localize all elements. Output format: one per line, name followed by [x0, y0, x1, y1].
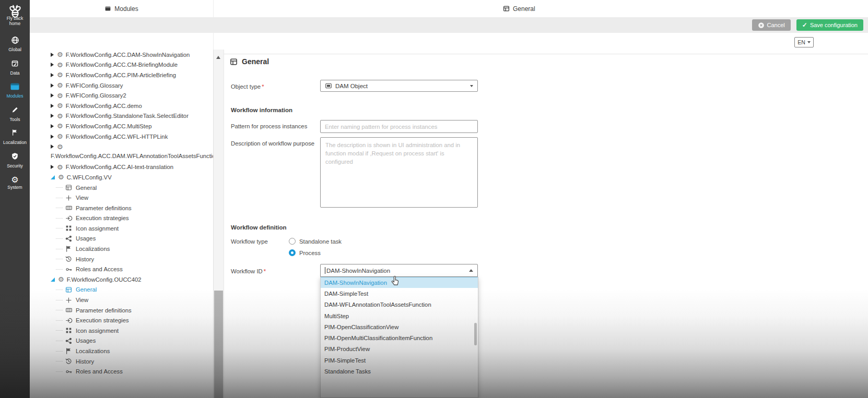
sidebar-item-label: Data — [0, 70, 30, 76]
tree-subitem-roles-and-access[interactable]: Roles and Access — [30, 264, 213, 274]
tree-item-f-workflowconfig-oucc402[interactable]: ⚙F.WorkflowConfig.OUCC402 — [30, 274, 213, 285]
expand-arrow-icon[interactable] — [51, 104, 54, 108]
tree-item-f-workflowconfig-acc-cm-briefingmodule[interactable]: ⚙F.WorkflowConfig.ACC.CM-BriefingModule — [30, 60, 213, 70]
text-caret — [325, 267, 325, 274]
dropdown-option-multistep[interactable]: MultiStep — [321, 310, 478, 321]
tree-subitem-execution-strategies[interactable]: Execution strategies — [30, 315, 213, 325]
tree-subitem-general[interactable]: General — [30, 285, 213, 295]
gear-icon: ⚙ — [57, 62, 63, 68]
expand-arrow-icon[interactable] — [51, 124, 54, 128]
tree-subitem-localizations[interactable]: Localizations — [30, 346, 213, 356]
gear-icon: ⚙ — [57, 51, 63, 58]
tree-item-f-wficonfig-glossary[interactable]: ⚙F.WFIConfig.Glossary — [30, 80, 213, 91]
tree-subitem-parameter-definitions[interactable]: Parameter definitions — [30, 203, 213, 213]
tree-subitem-usages[interactable]: Usages — [30, 336, 213, 346]
expand-arrow-icon[interactable] — [51, 83, 54, 88]
cancel-button[interactable]: Cancel — [752, 19, 791, 31]
expand-arrow-icon[interactable] — [51, 135, 54, 139]
dropdown-option-standalone-tasks[interactable]: Standalone Tasks — [321, 366, 478, 377]
tree-item-f-workflowconfig-acc-wfl-httplink[interactable]: ⚙F.WorkflowConfig.ACC.WFL-HTTPLink — [30, 131, 213, 142]
tree-item-f-wficonfig-glossary2[interactable]: ⚙F.WFIConfig.Glossary2 — [30, 90, 213, 101]
tree-item-c-wflconfig-vv[interactable]: ⚙C.WFLConfig.VV — [30, 172, 213, 183]
tree-panel-header: Modules — [30, 0, 213, 17]
workflow-type-option-process[interactable]: Process — [289, 249, 321, 256]
pattern-input[interactable]: Enter naming pattern for process instanc… — [320, 120, 478, 133]
collapse-arrow-icon[interactable] — [51, 278, 55, 282]
expand-arrow-icon[interactable] — [51, 93, 54, 98]
form-icon — [503, 5, 510, 12]
object-type-select[interactable]: DAM Object — [320, 80, 478, 92]
dropdown-scrollbar-thumb[interactable] — [474, 323, 477, 345]
tree-subitem-view[interactable]: View — [30, 192, 213, 203]
sidebar-item-global[interactable]: Global — [0, 33, 30, 57]
workflow-id-combobox[interactable]: DAM-ShowInNavigation — [320, 264, 478, 277]
workflow-type-option-standalone[interactable]: Standalone task — [289, 238, 342, 245]
form-icon — [230, 58, 238, 66]
dropdown-option-pim-openmulticlassificationitemfunction[interactable]: PIM-OpenMultiClassificationItemFunction — [321, 332, 478, 343]
radio-unchecked-icon[interactable] — [289, 238, 296, 245]
expand-arrow-icon[interactable] — [51, 53, 54, 57]
workflow-id-value: DAM-ShowInNavigation — [326, 268, 390, 274]
expand-arrow-icon[interactable] — [51, 114, 54, 118]
workflow-id-label: Workflow ID* — [231, 268, 266, 274]
radio-label: Process — [299, 250, 321, 256]
radio-checked-icon[interactable] — [289, 249, 296, 256]
dropdown-option-pim-productview[interactable]: PIM-ProductView — [321, 344, 478, 355]
tree-item-f-workflowconfig-acc-pim-articlebriefing[interactable]: ⚙F.WorkflowConfig.ACC.PIM-ArticleBriefin… — [30, 70, 213, 80]
tree-guide-line — [56, 351, 63, 352]
object-type-value: DAM Object — [335, 83, 368, 89]
tree-item-f-workflowconfig-acc-demo[interactable]: ⚙F.WorkflowConfig.ACC.demo — [30, 101, 213, 111]
dropdown-option-pim-simpletest[interactable]: PIM-SimpleTest — [321, 355, 478, 366]
tree-subitem-label: Localizations — [76, 246, 110, 252]
tree-item-label: F.WFIConfig.Glossary — [66, 82, 123, 89]
expand-arrow-icon[interactable] — [51, 63, 54, 67]
sidebar-item-localization[interactable]: Localization — [0, 126, 30, 150]
description-textarea[interactable]: The description is shown in UI administr… — [320, 137, 478, 208]
tree-item-f-workflowconfig-standalonetask-selecteditor[interactable]: ⚙F.WorkflowConfig.StandaloneTask.SelectE… — [30, 111, 213, 122]
dropdown-option-dam-showinnavigation[interactable]: DAM-ShowInNavigation — [321, 277, 478, 288]
scrollbar-thumb[interactable] — [214, 291, 223, 398]
expand-arrow-icon[interactable] — [51, 73, 54, 77]
expand-arrow-icon[interactable] — [51, 165, 54, 169]
sidebar-item-data[interactable]: Data — [0, 57, 30, 80]
tree-subitem-label: Usages — [76, 337, 96, 344]
tree-subitem-localizations[interactable]: Localizations — [30, 244, 213, 254]
tree-subitem-history[interactable]: History — [30, 254, 213, 264]
dropdown-option-dam-simpletest[interactable]: DAM-SimpleTest — [321, 288, 478, 299]
tree-subitem-roles-and-access[interactable]: Roles and Access — [30, 366, 213, 377]
sidebar-item-label: Global — [0, 47, 30, 52]
tree-subitem-general[interactable]: General — [30, 183, 213, 193]
dropdown-option-pim-openclassificationview[interactable]: PIM-OpenClassificationView — [321, 321, 478, 332]
tab-general[interactable]: General — [503, 0, 535, 17]
tree-subitem-icon-assignment[interactable]: Icon assignment — [30, 325, 213, 336]
globe-icon — [11, 36, 19, 45]
tree-subitem-icon-assignment[interactable]: Icon assignment — [30, 223, 213, 234]
tree-subitem-view[interactable]: View — [30, 295, 213, 305]
sidebar-item-modules[interactable]: Modules — [0, 80, 30, 103]
dropdown-option-dam-wflannotationtoolassetsfunction[interactable]: DAM-WFLAnnotationToolAssetsFunction — [321, 299, 478, 310]
tree-item-icons: ⚙ — [51, 141, 213, 152]
collapse-arrow-icon[interactable] — [51, 175, 55, 179]
tree-scrollbar[interactable] — [213, 50, 224, 398]
sidebar-item-tools[interactable]: Tools — [0, 103, 30, 127]
tree-subitem-usages[interactable]: Usages — [30, 234, 213, 244]
sidebar-item-security[interactable]: Security — [0, 150, 30, 173]
tree-subitem-history[interactable]: History — [30, 356, 213, 367]
scrollbar-up-arrow-icon[interactable] — [216, 56, 220, 59]
tab-general-label: General — [513, 5, 535, 13]
language-select[interactable]: EN — [794, 37, 814, 47]
gear-icon: ⚙ — [57, 102, 63, 109]
expand-arrow-icon[interactable] — [51, 144, 54, 149]
tree-item-f-workflowconfig-acc-multistep[interactable]: ⚙F.WorkflowConfig.ACC.MultiStep — [30, 121, 213, 131]
history-icon — [65, 256, 73, 262]
tree-guide-line — [56, 371, 63, 372]
form-icon — [65, 184, 73, 191]
tree-item-f-workflowconfig-acc-ai-text-translation[interactable]: ⚙F.WorkflowConfig.ACC.AI-text-translatio… — [30, 162, 213, 173]
sidebar-item-system[interactable]: ⚙System — [0, 173, 30, 196]
sidebar-item-fly-back-home[interactable]: Fly back home — [0, 0, 30, 26]
tree-subitem-execution-strategies[interactable]: Execution strategies — [30, 213, 213, 224]
tree-item-f-workflowconfig-acc-dam-showinnavigation[interactable]: ⚙F.WorkflowConfig.ACC.DAM-ShowInNavigati… — [30, 50, 213, 60]
save-configuration-button[interactable]: ✓ Save configuration — [796, 19, 863, 31]
tree-item-f-workflowconfig-acc-dam-wflannotationtoolassetsfunctior[interactable]: ⚙F.WorkflowConfig.ACC.DAM.WFLAnnotationT… — [30, 141, 213, 162]
tree-subitem-parameter-definitions[interactable]: Parameter definitions — [30, 305, 213, 316]
